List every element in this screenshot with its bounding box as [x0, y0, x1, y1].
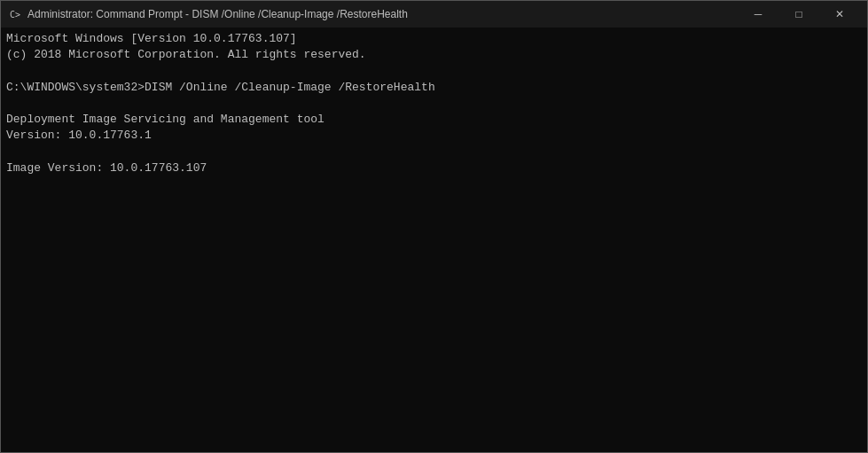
- console-line: Microsoft Windows [Version 10.0.17763.10…: [6, 31, 862, 47]
- cmd-window: C> Administrator: Command Prompt - DISM …: [0, 0, 868, 453]
- console-line: Version: 10.0.17763.1: [6, 128, 862, 144]
- console-line: C:\WINDOWS\system32>DISM /Online /Cleanu…: [6, 80, 862, 96]
- console-line-blank: [6, 144, 862, 160]
- console-line-blank: [6, 96, 862, 112]
- title-bar-controls: ─ □ ✕: [738, 1, 860, 27]
- cmd-icon: C>: [8, 7, 22, 21]
- minimize-button[interactable]: ─: [738, 1, 778, 27]
- console-body[interactable]: Microsoft Windows [Version 10.0.17763.10…: [1, 27, 867, 452]
- console-line: Image Version: 10.0.17763.107: [6, 160, 862, 176]
- console-line-blank: [6, 63, 862, 79]
- console-line: (c) 2018 Microsoft Corporation. All righ…: [6, 47, 862, 63]
- maximize-button[interactable]: □: [778, 1, 819, 27]
- svg-text:C>: C>: [10, 10, 20, 20]
- console-line: Deployment Image Servicing and Managemen…: [6, 112, 862, 128]
- title-bar-text: Administrator: Command Prompt - DISM /On…: [27, 8, 738, 20]
- title-bar: C> Administrator: Command Prompt - DISM …: [1, 1, 867, 27]
- close-button[interactable]: ✕: [819, 1, 860, 27]
